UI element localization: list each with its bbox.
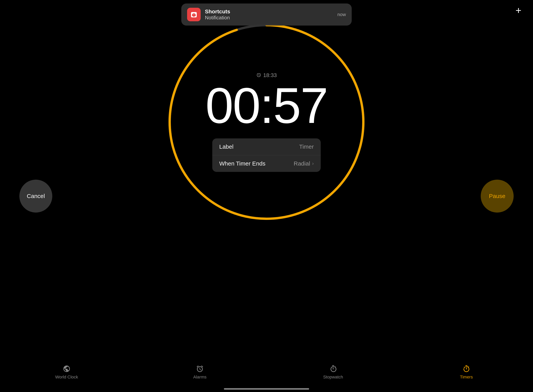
stopwatch-label: Stopwatch [323,375,343,380]
label-value: Timer [299,144,314,150]
tab-timers[interactable]: Timers [400,365,533,380]
when-ends-value: Radial › [294,160,314,167]
tab-stopwatch[interactable]: Stopwatch [266,365,400,380]
when-ends-key: When Timer Ends [219,160,265,167]
tab-world-clock[interactable]: World Clock [0,365,133,380]
stopwatch-icon [329,365,337,373]
chevron-right-icon: › [312,160,314,167]
tab-alarms[interactable]: Alarms [133,365,266,380]
notification-time: now [337,12,346,17]
home-indicator [224,388,309,390]
pause-button[interactable]: Pause [481,180,514,213]
timer-label-row[interactable]: Label Timer [212,138,321,155]
timers-icon [462,365,470,373]
cancel-button[interactable]: Cancel [19,180,52,213]
notification-text-block: Shortcuts Notification [205,9,333,21]
label-key: Label [219,144,233,150]
alarms-icon [196,365,204,373]
timer-circle-container: 18:33 00:57 Label Timer When Timer Ends … [160,15,373,229]
notification-banner[interactable]: Shortcuts Notification now [181,4,352,26]
svg-rect-4 [192,15,196,16]
world-clock-label: World Clock [55,375,78,380]
timer-countdown-display: 00:57 [206,80,328,131]
notification-subtitle: Notification [205,15,333,21]
world-clock-icon [63,365,71,373]
timer-inner-content: 18:33 00:57 Label Timer When Timer Ends … [160,15,373,229]
notification-title: Shortcuts [205,9,333,15]
notification-app-icon [187,8,201,21]
timers-label: Timers [460,375,473,380]
tab-bar: World Clock Alarms Stopwatch Timers [0,361,533,392]
add-timer-button[interactable]: + [516,5,521,15]
svg-rect-5 [193,16,194,17]
timer-settings-panel: Label Timer When Timer Ends Radial › [212,138,321,172]
when-timer-ends-row[interactable]: When Timer Ends Radial › [212,155,321,172]
alarms-label: Alarms [193,375,207,380]
